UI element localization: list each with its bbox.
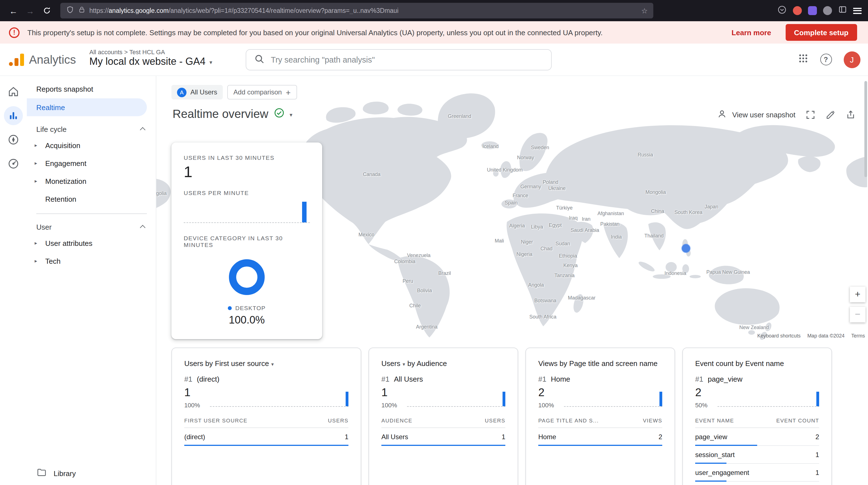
table-header: PAGE TITLE AND S...VIEWS bbox=[538, 418, 662, 428]
nav-section-user[interactable]: User bbox=[27, 220, 156, 234]
device-donut-chart bbox=[229, 259, 265, 295]
breadcrumb[interactable]: All accounts > Test HCL GA bbox=[89, 49, 212, 55]
learn-more-link[interactable]: Learn more bbox=[732, 28, 771, 37]
map-country-label: Tanzania bbox=[555, 273, 575, 278]
nav-item-tech[interactable]: ▸Tech bbox=[27, 252, 156, 270]
card-title[interactable]: Users by First user source▾ bbox=[184, 359, 348, 368]
extension-icon-red[interactable] bbox=[793, 6, 802, 15]
sparkline-bar bbox=[816, 392, 819, 406]
map-zoom-controls: + − bbox=[850, 287, 866, 322]
nav-item-user-attributes[interactable]: ▸User attributes bbox=[27, 234, 156, 252]
search-icon bbox=[254, 53, 265, 66]
card-title[interactable]: Users▾ by Audience bbox=[381, 359, 505, 368]
customize-report-icon[interactable] bbox=[825, 110, 836, 120]
property-name[interactable]: My local dx website - GA4 bbox=[89, 56, 206, 67]
top-item-label: All Users bbox=[394, 375, 423, 383]
table-row[interactable]: Home2 bbox=[538, 428, 662, 446]
advertising-icon[interactable] bbox=[1, 151, 26, 175]
comparison-badge: A bbox=[177, 87, 186, 97]
apps-grid-icon[interactable] bbox=[798, 53, 808, 66]
card-title-segment[interactable]: Users bbox=[381, 359, 400, 368]
metric-row: 1100% bbox=[381, 386, 505, 408]
card-title[interactable]: Views by Page title and screen name bbox=[538, 359, 662, 368]
sparkline-bar bbox=[659, 392, 662, 406]
column-header-name: EVENT NAME bbox=[695, 418, 734, 424]
reports-icon[interactable] bbox=[1, 103, 26, 127]
report-card-2: Users▾ by Audience#1All Users1100%AUDIEN… bbox=[369, 347, 518, 485]
zoom-in-button[interactable]: + bbox=[850, 287, 866, 302]
row-name: page_view bbox=[695, 433, 727, 441]
row-value: 1 bbox=[502, 433, 505, 441]
row-name: session_start bbox=[695, 451, 735, 459]
search-input[interactable] bbox=[271, 55, 543, 64]
forward-icon[interactable]: → bbox=[22, 3, 38, 19]
nav-item-realtime[interactable]: Realtime bbox=[27, 98, 147, 116]
menu-icon[interactable] bbox=[853, 7, 861, 14]
complete-setup-button[interactable]: Complete setup bbox=[786, 24, 857, 41]
card-title-segment[interactable]: Event count by Event name bbox=[695, 359, 784, 368]
nav-item-retention[interactable]: Retention bbox=[27, 190, 156, 208]
explore-icon[interactable] bbox=[1, 127, 26, 151]
terms-link[interactable]: Terms bbox=[851, 333, 865, 339]
zoom-out-button[interactable]: − bbox=[850, 307, 866, 322]
map-country-label: Chile bbox=[409, 303, 421, 308]
nav-item-monetization[interactable]: ▸Monetization bbox=[27, 172, 156, 190]
table-header: FIRST USER SOURCEUSERS bbox=[184, 418, 348, 428]
card-title[interactable]: Event count by Event name bbox=[695, 359, 819, 368]
nav-rail bbox=[0, 76, 27, 485]
map-country-label: Mexico bbox=[359, 232, 374, 237]
user-snapshot-icon bbox=[717, 108, 728, 121]
nav-section-life-cycle[interactable]: Life cycle bbox=[27, 122, 156, 136]
row-name: Home bbox=[538, 433, 556, 441]
map-country-label: New Zealand bbox=[739, 325, 769, 330]
map-country-label: Brazil bbox=[438, 270, 451, 276]
caret-down-icon[interactable]: ▾ bbox=[289, 110, 292, 118]
share-icon[interactable] bbox=[845, 110, 856, 120]
card-title-segment[interactable]: by Audience bbox=[407, 359, 447, 368]
nav-item-acquisition[interactable]: ▸Acquisition bbox=[27, 136, 156, 154]
avatar[interactable]: J bbox=[843, 51, 860, 68]
add-comparison-chip[interactable]: Add comparison + bbox=[227, 85, 297, 99]
search-bar[interactable] bbox=[246, 49, 552, 70]
pocket-icon[interactable] bbox=[777, 5, 786, 17]
data-quality-check-icon[interactable] bbox=[273, 107, 284, 121]
comparison-chip-all-users[interactable]: A All Users bbox=[172, 85, 223, 99]
tracking-shield-icon[interactable] bbox=[66, 5, 74, 16]
keyboard-shortcuts-link[interactable]: Keyboard shortcuts bbox=[757, 333, 801, 339]
card-title-segment[interactable]: Users by First user source bbox=[184, 359, 269, 368]
nav-item-reports-snapshot[interactable]: Reports snapshot bbox=[27, 81, 156, 97]
sidebar-icon[interactable] bbox=[838, 5, 847, 16]
help-icon[interactable]: ? bbox=[820, 54, 832, 65]
extension-icon-gray[interactable] bbox=[823, 6, 832, 15]
analytics-logo-icon[interactable] bbox=[9, 53, 24, 66]
table-row[interactable]: page_view2 bbox=[695, 428, 819, 446]
page-scrollbar[interactable] bbox=[864, 81, 867, 177]
row-share-bar bbox=[695, 481, 726, 482]
bookmark-star-icon[interactable]: ☆ bbox=[641, 6, 648, 15]
fullscreen-icon[interactable] bbox=[805, 110, 815, 120]
url-text[interactable]: https://analytics.google.com/analytics/w… bbox=[89, 7, 638, 14]
account-selector[interactable]: All accounts > Test HCL GA My local dx w… bbox=[89, 49, 212, 67]
table-row[interactable]: All Users1 bbox=[381, 428, 505, 446]
reload-icon[interactable] bbox=[39, 3, 55, 19]
lock-icon[interactable] bbox=[78, 6, 86, 16]
url-bar[interactable]: https://analytics.google.com/analytics/w… bbox=[60, 3, 653, 19]
sparkline bbox=[210, 388, 348, 407]
table-row[interactable]: user_engagement1 bbox=[695, 464, 819, 482]
table-row[interactable]: session_start1 bbox=[695, 446, 819, 464]
rank-label: #1 bbox=[381, 375, 390, 383]
column-header-value: USERS bbox=[485, 418, 505, 424]
nav-item-library[interactable]: Library bbox=[36, 467, 76, 479]
back-icon[interactable]: ← bbox=[6, 3, 21, 19]
rank-label: #1 bbox=[184, 375, 192, 383]
card-title-segment[interactable]: Views by Page title and screen name bbox=[538, 359, 657, 368]
view-user-snapshot-button[interactable]: View user snapshot bbox=[717, 108, 796, 121]
chevron-up-icon bbox=[140, 127, 146, 133]
nav-item-engagement[interactable]: ▸Engagement bbox=[27, 154, 156, 172]
home-icon[interactable] bbox=[1, 79, 26, 103]
expand-triangle-icon: ▸ bbox=[35, 142, 45, 148]
expand-triangle-icon: ▸ bbox=[35, 240, 45, 246]
map-country-label: Bolivia bbox=[417, 288, 432, 293]
table-row[interactable]: (direct)1 bbox=[184, 428, 348, 446]
extension-icon-purple[interactable] bbox=[808, 6, 817, 15]
